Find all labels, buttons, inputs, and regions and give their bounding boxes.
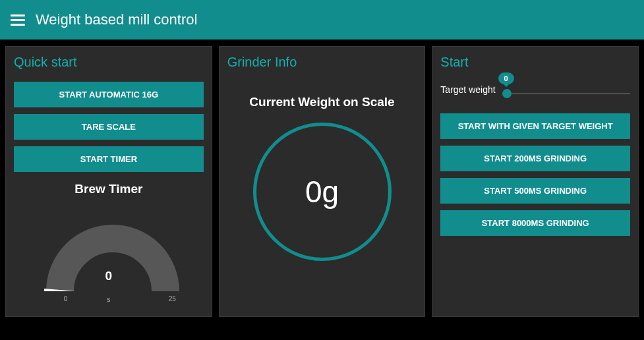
menu-icon[interactable] — [11, 14, 25, 26]
page-title: Weight based mill control — [36, 11, 197, 28]
panel-title-start: Start — [440, 55, 630, 70]
brew-timer-unit: s — [23, 295, 194, 303]
start-timer-button[interactable]: START TIMER — [14, 146, 204, 172]
brew-timer-gauge: 0 0 25 s — [23, 203, 194, 308]
target-weight-label: Target weight — [440, 84, 495, 95]
target-weight-row: Target weight 0 — [440, 82, 630, 98]
app-header: Weight based mill control — [0, 0, 644, 40]
brew-timer-label: Brew Timer — [14, 182, 204, 196]
start-automatic-16g-button[interactable]: START AUTOMATIC 16G — [14, 82, 204, 107]
brew-timer-value: 0 — [23, 269, 194, 283]
start-with-target-weight-button[interactable]: START WITH GIVEN TARGET WEIGHT — [440, 113, 630, 139]
panel-start: Start Target weight 0 START WITH GIVEN T… — [432, 46, 639, 317]
slider-track — [502, 94, 630, 94]
target-weight-slider[interactable]: 0 — [502, 82, 630, 98]
slider-value-bubble: 0 — [498, 72, 514, 84]
slider-thumb[interactable] — [502, 89, 512, 98]
panel-grinder-info: Grinder Info Current Weight on Scale 0g — [219, 46, 426, 317]
panel-quick-start: Quick start START AUTOMATIC 16G TARE SCA… — [5, 46, 212, 317]
main-content: Quick start START AUTOMATIC 16G TARE SCA… — [0, 40, 644, 324]
tare-scale-button[interactable]: TARE SCALE — [14, 114, 204, 140]
gauge-needle-icon — [44, 289, 76, 291]
weight-gauge-circle: 0g — [253, 123, 392, 261]
current-weight-label: Current Weight on Scale — [227, 95, 417, 109]
panel-title-quick-start: Quick start — [14, 55, 204, 70]
start-500ms-grinding-button[interactable]: START 500MS GRINDING — [440, 178, 630, 204]
start-200ms-grinding-button[interactable]: START 200MS GRINDING — [440, 146, 630, 171]
start-8000ms-grinding-button[interactable]: START 8000MS GRINDING — [440, 210, 630, 236]
current-weight-value: 0g — [305, 174, 339, 210]
panel-title-grinder: Grinder Info — [227, 55, 417, 70]
